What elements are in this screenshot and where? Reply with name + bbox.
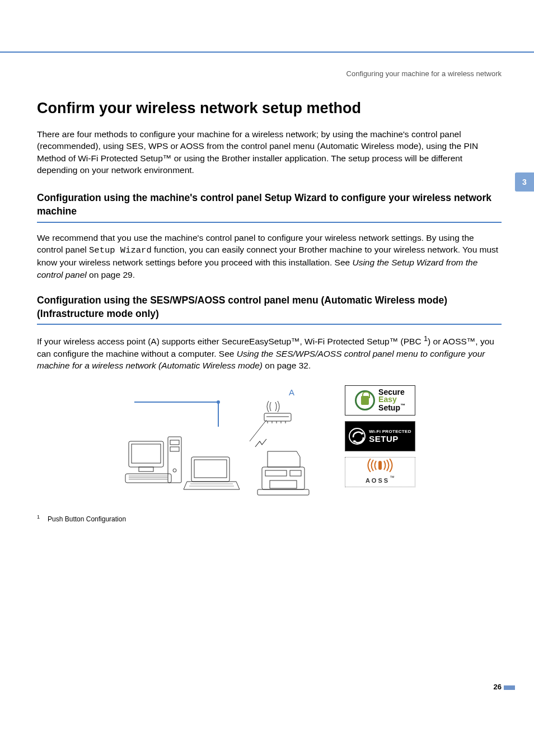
- padlock-icon: [361, 396, 369, 405]
- ses-line2: Easy: [378, 396, 405, 403]
- svg-rect-22: [270, 480, 297, 488]
- secure-easy-setup-logo: Secure Easy Setup™: [345, 385, 415, 416]
- footnote-number: 1: [37, 514, 40, 520]
- ses-line3: Setup: [378, 403, 400, 412]
- network-diagram: A: [113, 385, 426, 504]
- section1-body: We recommend that you use the machine's …: [37, 232, 502, 281]
- aoss-logo: AOSS™: [345, 457, 415, 487]
- section2-heading: Configuration using the SES/WPS/AOSS con…: [37, 294, 502, 325]
- section2-text-c: on page 32.: [263, 361, 311, 370]
- svg-rect-15: [194, 460, 227, 478]
- logo-column: Secure Easy Setup™ Wi-Fi PROTECTED SETUP: [345, 385, 415, 487]
- svg-rect-12: [170, 447, 179, 451]
- ses-circle-icon: [355, 390, 375, 410]
- svg-rect-4: [132, 444, 161, 463]
- footnote-text: Push Button Configuration: [48, 515, 126, 523]
- wps-line1: Wi-Fi PROTECTED: [369, 429, 411, 434]
- intro-paragraph: There are four methods to configure your…: [37, 128, 502, 176]
- page-top-bar: [0, 0, 534, 53]
- wps-line2: SETUP: [369, 434, 411, 444]
- section1-heading: Configuration using the machine's contro…: [37, 192, 502, 222]
- section1-text-c: on page 29.: [87, 270, 135, 279]
- aoss-label: AOSS: [366, 477, 390, 484]
- svg-rect-23: [378, 461, 382, 470]
- aoss-tm: ™: [390, 475, 395, 480]
- chapter-tab: 3: [515, 172, 534, 192]
- svg-rect-11: [170, 440, 179, 445]
- running-head: Configuring your machine for a wireless …: [0, 53, 534, 78]
- section2-body: If your wireless access point (A) suppor…: [37, 334, 502, 371]
- svg-rect-19: [265, 470, 287, 476]
- aoss-waves-icon: [365, 459, 395, 475]
- page-number: 26: [494, 683, 502, 691]
- wps-arrows-icon: [349, 428, 366, 445]
- wifi-protected-setup-logo: Wi-Fi PROTECTED SETUP: [345, 421, 415, 451]
- footnote-1: 1Push Button Configuration: [37, 514, 502, 523]
- ses-tm: ™: [400, 403, 405, 408]
- svg-rect-20: [290, 470, 301, 476]
- section2-text-a: If your wireless access point (A) suppor…: [37, 337, 424, 346]
- diagram-svg: [123, 385, 329, 504]
- setup-wizard-code: Setup Wizard: [89, 245, 152, 255]
- svg-point-0: [217, 400, 220, 404]
- page-number-bar-icon: [504, 685, 515, 690]
- page-title: Confirm your wireless network setup meth…: [37, 99, 502, 118]
- svg-point-13: [173, 469, 176, 472]
- svg-rect-6: [125, 474, 171, 483]
- svg-rect-1: [264, 413, 291, 421]
- svg-rect-5: [139, 467, 153, 472]
- footnote-ref-1[interactable]: 1: [424, 334, 428, 343]
- svg-line-2: [250, 420, 266, 441]
- svg-rect-21: [257, 489, 309, 495]
- diagram-illustration: A: [123, 385, 329, 504]
- access-point-label-a: A: [289, 388, 294, 397]
